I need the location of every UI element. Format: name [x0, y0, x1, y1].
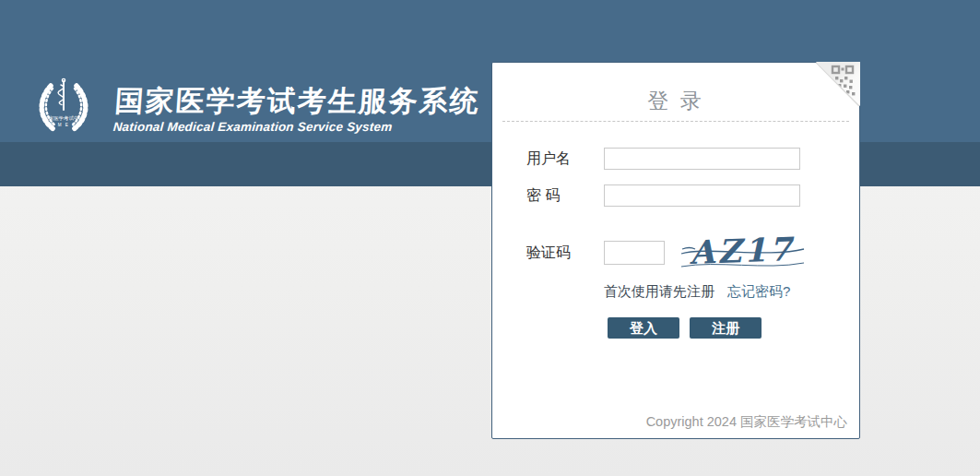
- captcha-text: AZ17: [688, 230, 795, 271]
- username-row: 用户名: [526, 148, 800, 170]
- captcha-image[interactable]: AZ17: [680, 227, 805, 273]
- captcha-input[interactable]: [604, 241, 665, 265]
- nmec-logo-icon: 国家医学考试中心 N M E C: [34, 77, 93, 140]
- register-button[interactable]: 注册: [690, 317, 762, 339]
- brand: 国家医学考试中心 N M E C 国家医学考试考生服务系统 National M…: [34, 77, 479, 140]
- links-row: 首次使用请先注册 忘记密码?: [604, 283, 790, 301]
- logo-text-en: N M E C: [51, 123, 77, 127]
- divider: [502, 121, 849, 122]
- site-title: 国家医学考试考生服务系统: [113, 86, 480, 117]
- login-panel: 登 录 用户名 密 码 验证码 AZ17 首次使用请先注册 忘记密码? 登入 注…: [491, 62, 860, 439]
- copyright-text: Copyright 2024 国家医学考试中心: [646, 413, 847, 431]
- password-label: 密 码: [526, 186, 604, 206]
- password-row: 密 码: [526, 184, 800, 207]
- buttons-row: 登入 注册: [608, 317, 762, 339]
- password-input[interactable]: [604, 184, 800, 207]
- captcha-label: 验证码: [526, 244, 604, 263]
- login-button[interactable]: 登入: [608, 317, 679, 339]
- captcha-row: 验证码 AZ17: [526, 232, 805, 273]
- login-title: 登 录: [492, 87, 859, 115]
- username-label: 用户名: [526, 149, 604, 169]
- logo-text-cn: 国家医学考试中心: [43, 115, 84, 122]
- register-hint-link[interactable]: 首次使用请先注册: [604, 283, 714, 301]
- site-subtitle: National Medical Examination Service Sys…: [112, 120, 478, 134]
- forgot-password-link[interactable]: 忘记密码?: [727, 283, 790, 301]
- username-input[interactable]: [604, 148, 800, 170]
